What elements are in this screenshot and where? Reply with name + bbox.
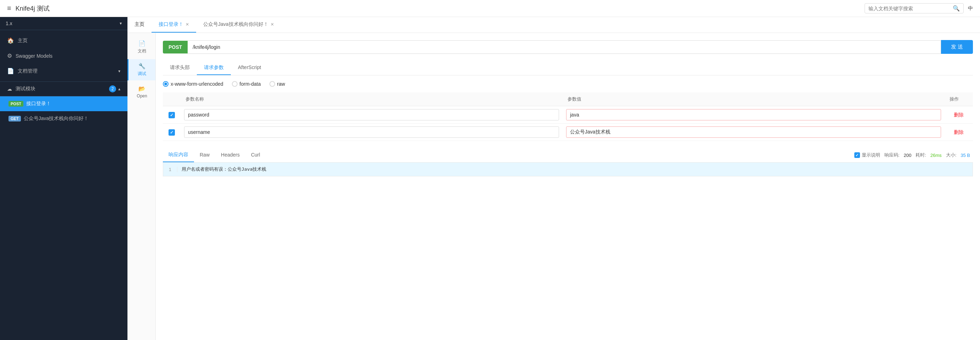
params-table: 参数名称 参数值 操作 xyxy=(163,93,973,141)
content-area: 主页 接口登录！ ✕ 公众号Java技术栈向你问好！ ✕ 📄 文档 🔧 xyxy=(127,17,980,340)
row1-action-cell: 删除 xyxy=(945,106,973,124)
response-area: 响应内容 Raw Headers Curl ✓ 显示说明 响应码: xyxy=(163,148,973,176)
response-tab-headers[interactable]: Headers xyxy=(215,148,245,162)
tab-hello-label: 公众号Java技术栈向你问好！ xyxy=(203,21,268,28)
radio-raw-label: raw xyxy=(277,81,285,87)
send-button[interactable]: 发 送 xyxy=(941,40,973,54)
radio-form-urlencoded[interactable]: x-www-form-urlencoded xyxy=(163,81,223,87)
tab-login-label: 接口登录！ xyxy=(159,21,183,28)
version-arrow-icon: ▾ xyxy=(120,21,122,26)
row2-name-input[interactable] xyxy=(184,126,559,138)
test-module-right: 2 ▴ xyxy=(109,85,120,93)
th-action: 操作 xyxy=(945,93,973,106)
inner-open-label: Open xyxy=(137,94,147,99)
sub-tab-params[interactable]: 请求参数 xyxy=(197,61,231,75)
row1-check-cell xyxy=(163,106,181,124)
radio-raw[interactable]: raw xyxy=(269,81,285,87)
docs-arrow-icon: ▾ xyxy=(118,69,120,73)
line-number-1: 1 xyxy=(163,167,177,172)
radio-formdata-label: form-data xyxy=(240,81,261,87)
inner-sidebar-docs[interactable]: 📄 文档 xyxy=(127,37,156,58)
inner-sidebar-open[interactable]: 📂 Open xyxy=(127,82,156,102)
response-tab-raw[interactable]: Raw xyxy=(194,148,215,162)
post-bar: POST 发 送 xyxy=(163,40,973,54)
radio-group: x-www-form-urlencoded form-data raw xyxy=(163,81,973,87)
radio-raw-circle xyxy=(269,81,275,87)
language-button[interactable]: 中 xyxy=(968,5,973,12)
url-input[interactable] xyxy=(188,40,941,54)
response-tab-curl[interactable]: Curl xyxy=(245,148,266,162)
table-row: 删除 xyxy=(163,106,973,124)
test-module-badge: 2 xyxy=(109,85,116,93)
sidebar-item-label-home: 主页 xyxy=(18,38,28,44)
row1-value-input[interactable] xyxy=(566,109,941,120)
sidebar-api-label-login: 接口登录！ xyxy=(26,101,51,107)
row1-checkbox[interactable] xyxy=(169,112,175,118)
sidebar-item-home[interactable]: 🏠 主页 xyxy=(0,33,127,48)
main-layout: 1.x ▾ 🏠 主页 ⚙ Swagger Models 📄 文档管理 ▾ ☁ 测… xyxy=(0,17,980,340)
radio-formdata-circle xyxy=(232,81,237,87)
search-wrapper: 🔍 xyxy=(865,3,964,13)
tab-hello-close[interactable]: ✕ xyxy=(270,22,274,27)
row2-check-cell xyxy=(163,124,181,141)
search-input[interactable] xyxy=(869,6,953,11)
response-tabs: 响应内容 Raw Headers Curl ✓ 显示说明 响应码: xyxy=(163,148,973,163)
response-line-1: 1 用户名或者密码有误：公众号Java技术栈 xyxy=(163,163,972,176)
version-text: 1.x xyxy=(6,21,13,26)
radio-form-data[interactable]: form-data xyxy=(232,81,261,87)
tab-home[interactable]: 主页 xyxy=(127,17,151,33)
row2-checkbox[interactable] xyxy=(169,129,175,136)
response-size-label: 大小: xyxy=(946,152,957,158)
row2-name-cell xyxy=(181,124,563,141)
sidebar-item-label-docs: 文档管理 xyxy=(18,68,38,74)
hamburger-icon[interactable]: ≡ xyxy=(7,4,11,13)
sidebar-item-swagger[interactable]: ⚙ Swagger Models xyxy=(0,48,127,64)
row1-name-input[interactable] xyxy=(184,109,559,120)
tab-login[interactable]: 接口登录！ ✕ xyxy=(151,17,196,33)
inner-debug-icon: 🔧 xyxy=(138,63,145,69)
test-module-section[interactable]: ☁ 测试模块 2 ▴ xyxy=(0,82,127,96)
show-desc-wrapper: ✓ 显示说明 xyxy=(854,152,880,158)
row2-delete-button[interactable]: 删除 xyxy=(954,129,964,136)
version-selector[interactable]: 1.x ▾ xyxy=(0,17,127,30)
tab-hello[interactable]: 公众号Java技术栈向你问好！ ✕ xyxy=(196,17,281,33)
main-panel: POST 发 送 请求头部 请求参数 AfterScript x-www-for… xyxy=(156,33,980,340)
post-badge: POST xyxy=(8,101,23,107)
row1-name-cell xyxy=(181,106,563,124)
panel-area: 📄 文档 🔧 调试 📂 Open POST 发 送 xyxy=(127,33,980,340)
sidebar-item-docs[interactable]: 📄 文档管理 ▾ xyxy=(0,64,127,79)
response-body: 1 用户名或者密码有误：公众号Java技术栈 xyxy=(163,163,973,176)
inner-debug-label: 调试 xyxy=(138,71,146,77)
sub-tab-headers[interactable]: 请求头部 xyxy=(163,61,197,75)
line-content-1: 用户名或者密码有误：公众号Java技术栈 xyxy=(181,166,266,172)
sidebar-api-item-post-login[interactable]: POST 接口登录！ xyxy=(0,96,127,111)
response-tab-content[interactable]: 响应内容 xyxy=(163,148,194,162)
tab-login-close[interactable]: ✕ xyxy=(186,22,189,27)
sub-tab-afterscript[interactable]: AfterScript xyxy=(231,61,268,75)
row1-value-cell xyxy=(563,106,945,124)
table-row: 删除 xyxy=(163,124,973,141)
sidebar-api-item-get-hello[interactable]: GET 公众号Java技术栈向你问好！ xyxy=(0,111,127,126)
tabs-bar: 主页 接口登录！ ✕ 公众号Java技术栈向你问好！ ✕ xyxy=(127,17,980,33)
response-code-label: 响应码: xyxy=(885,152,900,158)
header-left: ≡ Knife4j 测试 xyxy=(7,4,49,13)
swagger-icon: ⚙ xyxy=(7,53,12,59)
test-module-left: ☁ 测试模块 xyxy=(7,86,35,92)
row2-value-input[interactable] xyxy=(566,126,941,138)
get-badge: GET xyxy=(8,116,21,121)
radio-urlencoded-label: x-www-form-urlencoded xyxy=(171,81,223,87)
th-name: 参数名称 xyxy=(181,93,563,106)
response-time-value: 26ms xyxy=(931,153,942,158)
top-header: ≡ Knife4j 测试 🔍 中 xyxy=(0,0,980,17)
row1-delete-button[interactable]: 删除 xyxy=(954,112,964,118)
inner-docs-label: 文档 xyxy=(138,48,146,54)
show-desc-label: 显示说明 xyxy=(862,152,880,158)
docs-icon: 📄 xyxy=(7,68,14,74)
inner-sidebar-debug[interactable]: 🔧 调试 xyxy=(127,59,156,80)
row2-value-cell xyxy=(563,124,945,141)
api-list: POST 接口登录！ GET 公众号Java技术栈向你问好！ xyxy=(0,96,127,340)
tab-home-label: 主页 xyxy=(135,21,145,28)
show-desc-checkbox[interactable]: ✓ xyxy=(854,152,860,158)
sidebar: 1.x ▾ 🏠 主页 ⚙ Swagger Models 📄 文档管理 ▾ ☁ 测… xyxy=(0,17,127,340)
search-button[interactable]: 🔍 xyxy=(953,5,960,12)
